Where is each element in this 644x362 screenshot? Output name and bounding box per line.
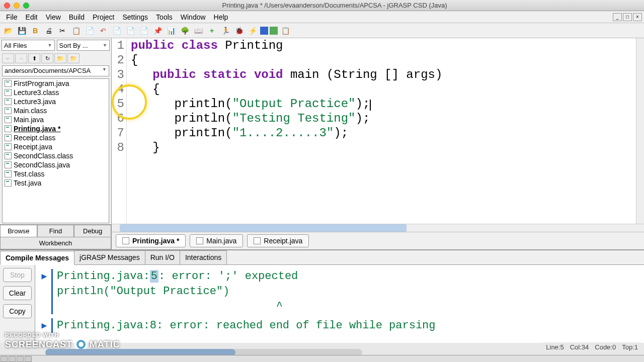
file-icon — [5, 170, 12, 177]
stop-button[interactable]: Stop — [3, 268, 32, 282]
play-icon[interactable]: ▶ — [37, 318, 51, 333]
save-icon[interactable]: 💾 — [16, 25, 28, 37]
refresh-icon[interactable]: ↻ — [41, 53, 53, 63]
menu-window[interactable]: Window — [177, 12, 210, 23]
file-item[interactable]: SecondClass.java — [3, 160, 109, 169]
file-icon — [254, 237, 261, 244]
file-item[interactable]: Main.class — [3, 106, 109, 115]
undo-icon[interactable]: ↶ — [97, 25, 109, 37]
status-top: Top:1 — [622, 343, 638, 351]
file-icon — [5, 80, 12, 87]
editor-tab[interactable]: Main.java — [190, 234, 243, 247]
minimize-icon[interactable] — [14, 3, 20, 9]
file-item[interactable]: Test.class — [3, 169, 109, 178]
compile-icon[interactable]: + — [206, 25, 218, 37]
tab-run-io[interactable]: Run I/O — [145, 250, 180, 264]
copy-icon[interactable]: 📋 — [70, 25, 82, 37]
scrollbar-h[interactable] — [112, 224, 644, 232]
debug-icon[interactable]: 🐞 — [233, 25, 245, 37]
tab-interactions[interactable]: Interactions — [180, 250, 227, 264]
newfolder-icon[interactable]: 📁 — [67, 53, 79, 63]
taskbar-item[interactable] — [1, 356, 8, 362]
run-icon[interactable]: 🏃 — [219, 25, 231, 37]
file-item[interactable]: FirstProgram.java — [3, 79, 109, 88]
scrollbar-v[interactable] — [636, 38, 644, 224]
menu-project[interactable]: Project — [89, 12, 119, 23]
menu-tools[interactable]: Tools — [152, 12, 177, 23]
taskbar-item[interactable] — [17, 356, 24, 362]
doc3-icon[interactable]: 📄 — [138, 25, 150, 37]
titlebar: Printing.java * /Users/evaanderson/Docum… — [0, 0, 644, 11]
stop-icon[interactable]: ⚡ — [247, 25, 259, 37]
status-line: Line:5 — [546, 343, 564, 351]
back-icon[interactable]: ← — [2, 53, 14, 63]
file-item[interactable]: Receipt.java — [3, 142, 109, 151]
menu-build[interactable]: Build — [65, 12, 89, 23]
menu-settings[interactable]: Settings — [119, 12, 152, 23]
chart-icon[interactable]: 📊 — [165, 25, 177, 37]
file-icon — [5, 161, 12, 168]
editor-tab[interactable]: Receipt.java — [247, 234, 309, 247]
blue-square-icon[interactable] — [260, 27, 268, 35]
taskbar-item[interactable] — [9, 356, 16, 362]
play-icon[interactable]: ▶ — [37, 269, 51, 284]
print-icon[interactable]: 🖨 — [43, 25, 55, 37]
file-list[interactable]: FirstProgram.java Lecture3.class Lecture… — [2, 78, 109, 223]
close-icon[interactable] — [4, 3, 10, 9]
taskbar — [0, 355, 644, 362]
file-icon — [5, 89, 12, 96]
sidebar: All Files Sort By ... ← → ⬆ ↻ 📁 📁 anders… — [0, 38, 112, 249]
window-title: Printing.java * /Users/evaanderson/Docum… — [29, 2, 640, 9]
book-icon[interactable]: 📖 — [192, 25, 204, 37]
status-col: Col:34 — [570, 343, 589, 351]
file-item[interactable]: Lecture3.class — [3, 88, 109, 97]
tab-browse[interactable]: Browse — [0, 225, 37, 237]
code-editor[interactable]: 12345678 public class Printing{ public s… — [112, 38, 644, 224]
tab-debug[interactable]: Debug — [74, 225, 111, 237]
tree-icon[interactable]: 🌳 — [179, 25, 191, 37]
maximize-icon[interactable] — [23, 3, 29, 9]
copy-button[interactable]: Copy — [3, 304, 32, 318]
file-icon — [5, 134, 12, 141]
clipboard-icon[interactable]: 📋 — [279, 25, 291, 37]
file-item[interactable]: Lecture3.java — [3, 97, 109, 106]
doc1-icon[interactable]: 📄 — [111, 25, 123, 37]
menu-view[interactable]: View — [42, 12, 65, 23]
clear-button[interactable]: Clear — [3, 286, 32, 300]
folder-icon[interactable]: 📁 — [54, 53, 66, 63]
bold-icon[interactable]: B — [29, 25, 41, 37]
file-item-active[interactable]: Printing.java * — [3, 124, 109, 133]
menu-edit[interactable]: Edit — [22, 12, 42, 23]
editor-wrap: 12345678 public class Printing{ public s… — [112, 38, 644, 249]
file-item[interactable]: Test.java — [3, 178, 109, 188]
toolbar: 📂 💾 B 🖨 ✂ 📋 📄 ↶ 📄 📄 📄 📌 📊 🌳 📖 + 🏃 🐞 ⚡ 📋 — [0, 23, 644, 38]
tab-find[interactable]: Find — [37, 225, 74, 237]
green-square-icon[interactable] — [270, 27, 278, 35]
file-item[interactable]: Receipt.class — [3, 133, 109, 142]
statusbar: Line:5 Col:34 Code:0 Top:1 — [543, 342, 641, 352]
menu-help[interactable]: Help — [210, 12, 232, 23]
code-content[interactable]: public class Printing{ public static voi… — [127, 38, 636, 224]
doc2-icon[interactable]: 📄 — [124, 25, 136, 37]
sort-combo[interactable]: Sort By ... — [57, 40, 110, 51]
file-item[interactable]: Main.java — [3, 115, 109, 124]
file-filter-combo[interactable]: All Files — [2, 40, 55, 51]
tab-compile-messages[interactable]: Compile Messages — [0, 251, 74, 265]
pin-icon[interactable]: 📌 — [151, 25, 164, 37]
forward-icon[interactable]: → — [15, 53, 27, 63]
close-button[interactable]: × — [633, 13, 642, 21]
open-icon[interactable]: 📂 — [2, 25, 14, 37]
min-button[interactable]: _ — [613, 13, 622, 21]
console-output[interactable]: ▶Printing.java:5: error: ';' expected pr… — [35, 265, 644, 343]
max-button[interactable]: □ — [623, 13, 632, 21]
cut-icon[interactable]: ✂ — [56, 25, 68, 37]
menu-file[interactable]: File — [2, 12, 22, 23]
editor-tab[interactable]: Printing.java * — [116, 234, 186, 247]
tab-jgrasp-messages[interactable]: jGRASP Messages — [74, 250, 145, 264]
taskbar-item[interactable] — [25, 356, 32, 362]
up-icon[interactable]: ⬆ — [28, 53, 40, 63]
path-combo[interactable]: anderson/Documents/APCSA — [2, 65, 109, 76]
tab-workbench[interactable]: Workbench — [0, 237, 111, 249]
paste-icon[interactable]: 📄 — [84, 25, 96, 37]
file-item[interactable]: SecondClass.class — [3, 151, 109, 160]
